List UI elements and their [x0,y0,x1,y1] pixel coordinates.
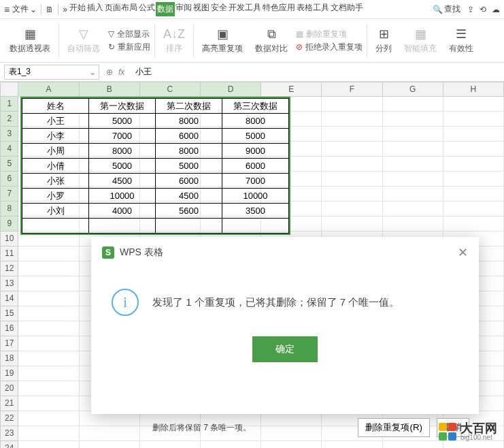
grid-cell[interactable] [18,351,79,366]
header-cell[interactable]: 姓名 [22,99,89,114]
tab-pagelayout[interactable]: 页面布局 [104,2,138,16]
grid-cell[interactable] [18,261,79,276]
row-header[interactable]: 18 [0,351,18,366]
row-header[interactable]: 12 [0,261,18,276]
table-cell[interactable]: 5000 [156,159,222,174]
table-cell[interactable]: 10000 [222,189,289,204]
grid-cell[interactable] [322,441,382,448]
table-cell[interactable]: 小李 [22,129,89,144]
tab-security[interactable]: 安全 [210,2,228,16]
sort-button[interactable]: A↓Z 排序 [159,22,189,59]
grid-cell[interactable] [383,157,443,172]
grid-cell[interactable] [383,202,443,217]
grid-cell[interactable] [18,291,79,306]
grid-cell[interactable] [383,112,443,127]
grid-cell[interactable] [18,306,79,321]
table-cell[interactable]: 小倩 [22,159,89,174]
grid-cell[interactable] [443,157,504,172]
grid-cell[interactable] [322,187,382,202]
row-header[interactable]: 8 [0,202,18,217]
table-cell[interactable]: 9000 [222,144,289,159]
grid-cell[interactable] [140,441,201,448]
row-header[interactable]: 1 [0,97,18,112]
table-cell[interactable]: 5000 [89,114,156,129]
table-cell[interactable]: 8000 [156,144,222,159]
grid-cell[interactable] [443,202,504,217]
table-cell[interactable]: 5000 [222,129,289,144]
table-cell[interactable]: 6000 [156,174,222,189]
table-cell[interactable]: 7000 [89,129,156,144]
tab-review[interactable]: 审阅 [175,2,192,16]
pivot-table-button[interactable]: ▦ 数据透视表 [5,22,54,59]
show-all-button[interactable]: ▽全部显示 [108,29,150,40]
col-header-c[interactable]: C [140,82,201,97]
row-header[interactable]: 11 [0,246,18,261]
table-cell[interactable]: 8000 [156,114,222,129]
overflow-icon[interactable]: » [63,5,67,14]
table-cell[interactable]: 3500 [222,204,289,219]
grid-cell[interactable] [443,187,504,202]
grid-cell[interactable] [443,97,504,112]
table-cell[interactable]: 小张 [22,174,89,189]
reapply-button[interactable]: ↻重新应用 [108,42,150,53]
grid-cell[interactable] [201,441,261,448]
grid-cell[interactable] [322,157,382,172]
grid-cell[interactable] [443,112,504,127]
row-header[interactable]: 21 [0,396,18,411]
tab-data[interactable]: 数据 [156,2,175,16]
grid-cell[interactable] [18,336,79,351]
tab-dochelper[interactable]: 文档助手 [330,2,364,16]
table-cell[interactable]: 5600 [156,204,222,219]
chevron-down-icon[interactable]: ⌄ [89,67,96,77]
formula-input[interactable]: 小王 [131,66,504,78]
table-cell[interactable]: 10000 [89,189,156,204]
save-icon[interactable]: 🗎 [46,5,54,14]
data-compare-button[interactable]: ⧉ 数据对比 [251,22,292,59]
col-header-b[interactable]: B [80,82,140,97]
row-header[interactable]: 17 [0,336,18,351]
tab-view[interactable]: 视图 [192,2,210,16]
row-header[interactable]: 5 [0,157,18,172]
grid-cell[interactable] [443,172,504,187]
table-cell[interactable]: 8000 [89,144,156,159]
table-cell[interactable]: 7000 [222,174,289,189]
autofilter-button[interactable]: ▽ 自动筛选 [63,22,104,59]
header-cell[interactable]: 第三次数据 [222,99,289,114]
text-to-cols-button[interactable]: ⊞ 分列 [371,22,396,59]
hamburger-icon[interactable]: ≡ [4,4,10,15]
grid-cell[interactable] [261,441,322,448]
remove-dup-button[interactable]: ▦删除重复项 [296,29,363,40]
tab-start[interactable]: 开始 [69,2,86,16]
grid-cell[interactable] [18,411,79,426]
row-header[interactable]: 2 [0,112,18,127]
col-header-d[interactable]: D [201,82,261,97]
table-cell[interactable]: 6000 [222,159,289,174]
grid-cell[interactable] [383,217,443,231]
grid-cell[interactable] [322,112,382,127]
grid-cell[interactable] [80,441,140,448]
row-header[interactable]: 4 [0,142,18,157]
grid-cell[interactable] [18,441,79,448]
grid-cell[interactable] [383,142,443,157]
header-cell[interactable]: 第一次数据 [89,99,156,114]
grid-cell[interactable] [18,366,79,381]
grid-cell[interactable] [18,396,79,411]
grid-cell[interactable] [383,441,443,448]
row-header[interactable]: 14 [0,291,18,306]
row-header[interactable]: 22 [0,411,18,426]
table-cell[interactable]: 小刘 [22,204,89,219]
grid-cell[interactable] [322,202,382,217]
row-header[interactable]: 3 [0,127,18,142]
reject-dup-button[interactable]: ⊘拒绝录入重复项 [296,42,363,53]
grid-cell[interactable] [322,172,382,187]
table-empty-row[interactable] [22,219,289,234]
grid-cell[interactable] [443,217,504,231]
file-menu[interactable]: 文件 ⌄ [12,3,37,15]
select-all-corner[interactable] [0,82,18,97]
row-header[interactable]: 7 [0,187,18,202]
grid-cell[interactable] [322,217,382,231]
row-header[interactable]: 10 [0,231,18,246]
table-cell[interactable]: 小罗 [22,189,89,204]
cloud-icon[interactable]: ☁ [492,5,500,14]
search-button[interactable]: 🔍 查找 [433,3,460,15]
